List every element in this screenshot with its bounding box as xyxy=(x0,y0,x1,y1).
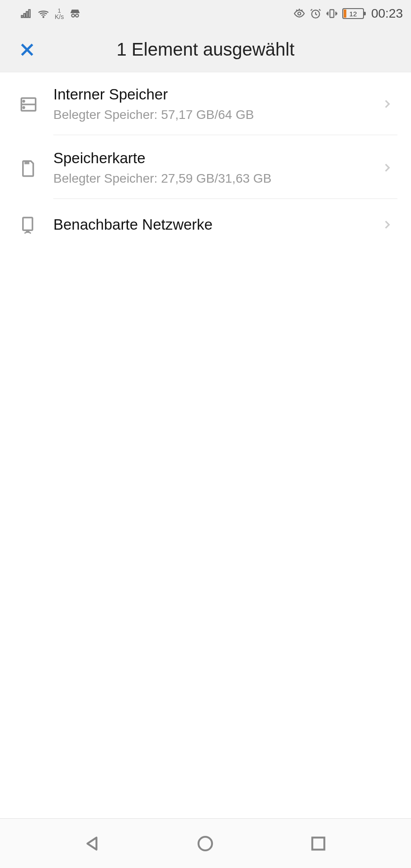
svg-rect-2 xyxy=(26,12,28,18)
svg-rect-22 xyxy=(312,837,325,849)
item-title: Speicherkarte xyxy=(53,150,381,167)
chevron-right-icon xyxy=(381,162,393,174)
eye-icon xyxy=(293,8,305,19)
navigation-bar xyxy=(0,818,411,868)
list-item-internal-storage[interactable]: Interner Speicher Belegter Speicher: 57,… xyxy=(0,72,411,136)
svg-marker-20 xyxy=(87,837,96,849)
vibrate-icon xyxy=(326,8,338,19)
svg-point-7 xyxy=(298,12,301,15)
svg-rect-9 xyxy=(330,9,334,17)
list-item-sdcard[interactable]: Speicherkarte Belegter Speicher: 27,59 G… xyxy=(0,136,411,200)
header-title: 1 Element ausgewählt xyxy=(37,39,374,60)
close-button[interactable] xyxy=(17,40,37,60)
status-left: 1 K/s xyxy=(20,8,81,20)
home-icon xyxy=(196,835,214,853)
net-speed: 1 K/s xyxy=(55,8,64,20)
item-subtitle: Belegter Speicher: 27,59 GB/31,63 GB xyxy=(53,171,381,186)
chevron-right-icon xyxy=(381,219,393,231)
item-title: Interner Speicher xyxy=(53,86,381,103)
net-speed-num: 1 xyxy=(58,8,61,14)
svg-rect-1 xyxy=(24,14,25,18)
item-title: Benachbarte Netzwerke xyxy=(53,216,381,233)
back-icon xyxy=(84,835,102,853)
svg-point-14 xyxy=(23,100,24,102)
signal-icon xyxy=(20,8,32,19)
list-item-nearby-networks[interactable]: Benachbarte Netzwerke xyxy=(0,200,411,250)
incognito-icon xyxy=(69,8,81,19)
home-button[interactable] xyxy=(195,834,215,854)
close-icon xyxy=(18,41,36,59)
svg-point-15 xyxy=(23,107,24,108)
net-speed-unit: K/s xyxy=(55,14,64,20)
svg-rect-19 xyxy=(23,217,33,230)
battery-indicator: 12 xyxy=(342,8,364,19)
item-subtitle: Belegter Speicher: 57,17 GB/64 GB xyxy=(53,108,381,122)
svg-rect-3 xyxy=(28,9,30,17)
svg-point-21 xyxy=(198,837,212,850)
back-button[interactable] xyxy=(83,834,103,854)
app-header: 1 Element ausgewählt xyxy=(0,27,411,72)
status-right: 12 00:23 xyxy=(293,6,403,21)
status-bar: 1 K/s 12 00:23 xyxy=(0,0,411,27)
storage-icon xyxy=(17,93,40,116)
network-device-icon xyxy=(17,213,40,236)
battery-percent: 12 xyxy=(343,10,363,18)
recent-icon xyxy=(309,835,327,853)
svg-rect-0 xyxy=(21,15,23,17)
recent-button[interactable] xyxy=(308,834,328,854)
clock-time: 00:23 xyxy=(371,6,403,21)
wifi-icon xyxy=(38,8,49,19)
storage-list: Interner Speicher Belegter Speicher: 57,… xyxy=(0,72,411,818)
sdcard-icon xyxy=(17,157,40,179)
alarm-icon xyxy=(310,8,321,19)
chevron-right-icon xyxy=(381,98,393,110)
svg-point-5 xyxy=(76,14,79,17)
svg-point-4 xyxy=(72,14,75,17)
